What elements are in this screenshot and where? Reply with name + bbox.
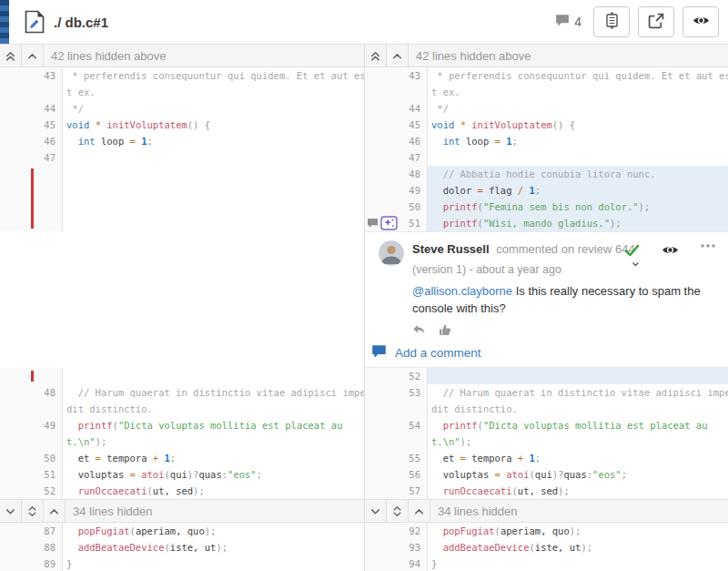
reply-button[interactable] [412, 324, 426, 336]
line-number[interactable]: 43 [409, 67, 420, 84]
code-line: t ex. [0, 84, 364, 100]
line-number[interactable]: 44 [44, 100, 56, 117]
expand-both-button[interactable] [387, 500, 409, 522]
code-line: 51 voluptas = atoi(qui)?quas:"eos"; [0, 466, 364, 483]
line-number[interactable]: 92 [409, 523, 420, 539]
hidden-lines-label: 34 lines hidden [73, 505, 152, 518]
code-text: void * initVoluptatem() { [63, 117, 364, 133]
avatar [379, 240, 404, 266]
line-gutter: 48 [365, 166, 428, 182]
code-line: 49 printf("Dicta voluptas mollitia est p… [0, 417, 364, 433]
line-gutter: 88 [0, 539, 63, 556]
code-line: 89} [0, 556, 364, 571]
line-gutter: 89 [0, 556, 63, 571]
line-number[interactable]: 48 [409, 166, 420, 182]
line-number[interactable]: 52 [409, 368, 420, 384]
code-text: t ex. [63, 84, 364, 100]
expand-up-button[interactable] [409, 500, 430, 522]
line-number[interactable]: 43 [44, 67, 56, 84]
line-number[interactable]: 46 [409, 133, 420, 149]
expand-all-above-button[interactable] [0, 45, 22, 66]
line-number[interactable]: 88 [44, 539, 56, 556]
line-number[interactable]: 52 [44, 483, 56, 499]
code-text [428, 368, 728, 384]
collapse-below-button[interactable] [0, 500, 22, 522]
resolved-comment-badge[interactable] [380, 216, 398, 230]
line-number[interactable]: 50 [409, 199, 420, 215]
code-text: } [63, 556, 364, 571]
open-in-new-button[interactable] [638, 6, 674, 37]
expand-up-button[interactable] [44, 500, 66, 522]
line-number[interactable]: 55 [409, 450, 420, 466]
comment-author[interactable]: Steve Russell [412, 242, 490, 256]
watch-button[interactable] [682, 6, 719, 37]
expand-above-button[interactable] [22, 45, 44, 66]
comment-body: @allison.clayborne Is this really necess… [412, 282, 722, 317]
more-options-button[interactable] [701, 244, 715, 248]
line-number[interactable]: 87 [44, 523, 56, 539]
line-number[interactable]: 45 [44, 117, 56, 133]
comment-count[interactable]: 4 [555, 14, 581, 30]
code-text: */ [428, 100, 728, 117]
line-number[interactable]: 51 [44, 466, 56, 483]
hidden-lines-bar: 34 lines hidden [365, 499, 728, 523]
line-gutter: 43 [365, 67, 428, 84]
line-number[interactable]: 48 [44, 384, 56, 401]
comments-icon [555, 14, 570, 30]
code-line: t.\n"); [0, 433, 364, 450]
open-in-new-icon [648, 13, 664, 32]
line-number[interactable]: 54 [409, 417, 420, 433]
mention-link[interactable]: @allison.clayborne [412, 284, 512, 298]
line-comment-icon[interactable] [367, 218, 379, 229]
line-gutter: 51 [0, 466, 63, 483]
code-line: dit distinctio. [365, 401, 728, 417]
line-number[interactable]: 50 [44, 450, 56, 466]
line-number[interactable]: 93 [409, 539, 420, 556]
line-number[interactable]: 44 [409, 100, 420, 117]
code-line: 44 */ [0, 100, 364, 117]
hidden-lines-bar: 42 lines hidden above [0, 44, 364, 67]
change-filler [0, 368, 364, 384]
add-comment-link[interactable]: Add a comment [395, 346, 481, 360]
line-number[interactable]: 53 [409, 384, 420, 401]
expand-above-button[interactable] [387, 45, 409, 66]
line-gutter: 47 [0, 149, 63, 166]
code-text: runOccaecati(ut, sed); [428, 483, 728, 499]
code-line: 92 popFugiat(aperiam, quo); [365, 523, 728, 539]
expand-all-above-button[interactable] [365, 45, 387, 66]
line-number[interactable]: 47 [44, 149, 56, 166]
line-gutter: 54 [365, 417, 428, 433]
collapse-below-button[interactable] [365, 500, 387, 522]
code-text: * perferendis consequuntur qui quidem. E… [428, 67, 728, 84]
line-number[interactable]: 51 [409, 215, 420, 231]
expand-collapse-lines-button[interactable] [593, 6, 630, 37]
code-text: printf("Dicta voluptas mollitia est plac… [63, 417, 364, 433]
line-number[interactable]: 45 [409, 117, 420, 133]
line-number[interactable]: 57 [409, 483, 420, 499]
review-comment: Steve Russell commented on review 644 (v… [365, 231, 728, 368]
line-number[interactable]: 46 [44, 133, 56, 149]
watch-eye-icon [693, 15, 710, 29]
expand-both-button[interactable] [22, 500, 44, 522]
line-number[interactable]: 47 [409, 149, 420, 166]
code-line: 47 [365, 149, 728, 166]
line-gutter [365, 433, 428, 450]
code-text: // Abbatia hodie conubia litora nunc. [428, 166, 728, 182]
code-text: printf("Dicta voluptas mollitia est plac… [428, 417, 728, 433]
code-line: 43 * perferendis consequuntur qui quidem… [0, 67, 364, 84]
code-text: addBeataeDevice(iste, ut); [63, 539, 364, 556]
resolve-check-button[interactable] [624, 244, 640, 270]
line-number[interactable]: 49 [409, 182, 420, 199]
code-line: t ex. [365, 84, 728, 100]
code-text: printf("Femina sem bis non dolor."); [428, 199, 728, 215]
line-gutter: 94 [365, 556, 428, 571]
readers-eye-icon[interactable] [662, 244, 679, 256]
line-number[interactable]: 56 [409, 466, 420, 483]
line-gutter: 45 [0, 117, 63, 133]
code-line: 45void * initVoluptatem() { [365, 117, 728, 133]
line-number[interactable]: 49 [44, 417, 56, 433]
line-number[interactable]: 89 [44, 556, 56, 571]
thumbs-up-button[interactable] [439, 324, 451, 336]
line-number[interactable]: 94 [409, 556, 420, 571]
line-gutter: 47 [365, 149, 428, 166]
